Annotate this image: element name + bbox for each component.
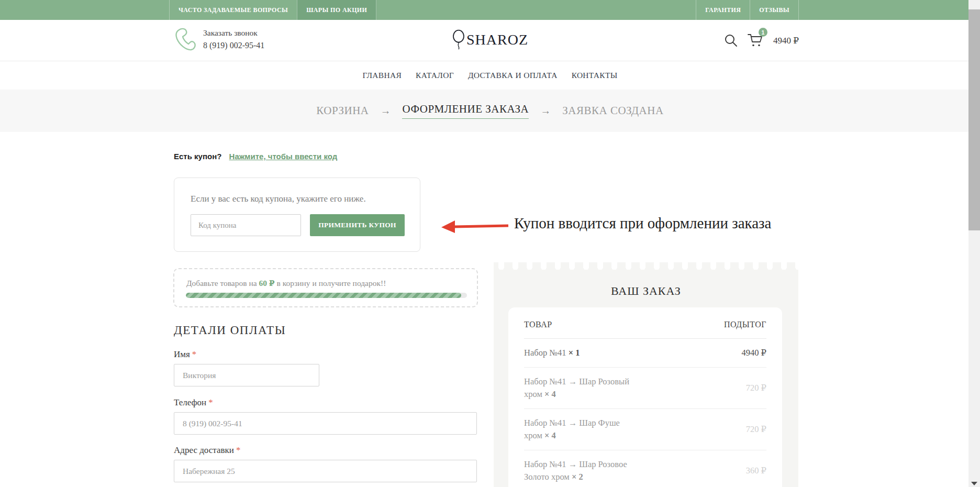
required-asterisk: * xyxy=(192,349,197,359)
cart-button[interactable]: 1 xyxy=(747,32,764,48)
callback-block[interactable]: Заказать звонок 8 (919) 002-95-41 xyxy=(173,26,264,53)
coupon-code-input[interactable] xyxy=(191,214,301,236)
order-item-name: Набор №41 × 1 xyxy=(524,347,580,359)
coupon-hint-text: Если у вас есть код купона, укажите его … xyxy=(191,194,366,204)
order-item-qty: × 1 xyxy=(569,348,580,358)
coupon-question-row: Есть купон? Нажмите, чтобы ввести код xyxy=(174,152,337,161)
order-item-price: 360 ₽ xyxy=(746,466,766,476)
order-item-name: Набор №41 → Шар Розовое Золото хром × 2 xyxy=(524,458,638,483)
topbar-right-group: ГАРАНТИЯ ОТЗЫВЫ xyxy=(696,0,799,20)
gift-text: Добавьте товаров на 60 ₽ в корзину и пол… xyxy=(186,278,386,288)
order-row: Набор №41 → Шар Розовое Золото хром × 2 … xyxy=(524,450,766,487)
order-row: Набор №41 → Шар Фуше хром × 4 720 ₽ xyxy=(524,409,766,450)
topbar-item-warranty[interactable]: ГАРАНТИЯ xyxy=(696,0,750,20)
breadcrumb-created: ЗАЯВКА СОЗДАНА xyxy=(562,104,663,117)
phone-field-label: Телефон* xyxy=(174,397,213,408)
order-col-product: ТОВАР xyxy=(524,320,552,329)
order-item-qty: × 4 xyxy=(544,389,556,399)
required-asterisk: * xyxy=(208,397,213,407)
nav-item-catalog[interactable]: КАТАЛОГ xyxy=(416,71,454,80)
order-item-name: Набор №41 → Шар Розовый хром × 4 xyxy=(524,375,638,401)
balloon-icon xyxy=(452,29,466,50)
gift-progress-track xyxy=(186,293,467,298)
order-item-qty: × 2 xyxy=(572,472,583,482)
phone-icon xyxy=(173,26,196,53)
checkout-main: Есть купон? Нажмите, чтобы ввести код Ес… xyxy=(0,132,980,487)
topbar-item-faq[interactable]: ЧАСТО ЗАДАВАЕМЫЕ ВОПРОСЫ xyxy=(169,0,297,20)
order-item-price: 720 ₽ xyxy=(746,424,766,435)
order-item-price: 720 ₽ xyxy=(746,383,766,393)
header-phone-number[interactable]: 8 (919) 002-95-41 xyxy=(203,41,264,50)
name-input[interactable] xyxy=(174,364,319,386)
phone-input[interactable] xyxy=(174,412,477,435)
annotation-text: Купон вводится при оформлении заказа xyxy=(514,215,771,232)
order-col-subtotal: ПОДЫТОГ xyxy=(724,320,766,329)
gift-amount: 60 ₽ xyxy=(259,279,274,287)
breadcrumb: КОРЗИНА → ОФОРМЛЕНИЕ ЗАКАЗА → ЗАЯВКА СОЗ… xyxy=(0,90,980,132)
name-label-text: Имя xyxy=(174,349,190,359)
scroll-down-arrow-icon[interactable] xyxy=(971,482,977,485)
cart-count-badge: 1 xyxy=(759,28,767,37)
order-row: Набор №41 × 1 4940 ₽ xyxy=(524,339,766,368)
billing-title: ДЕТАЛИ ОПЛАТЫ xyxy=(174,324,286,337)
nav-item-delivery[interactable]: ДОСТАВКА И ОПЛАТА xyxy=(468,71,558,80)
order-item-title: Набор №41 xyxy=(524,348,566,358)
gift-progress-fill xyxy=(186,293,461,298)
order-row: Набор №41 → Шар Розовый хром × 4 720 ₽ xyxy=(524,368,766,409)
order-summary-panel: ВАШ ЗАКАЗ ТОВАР ПОДЫТОГ Набор №41 × 1 49… xyxy=(494,262,798,487)
breadcrumb-checkout-current: ОФОРМЛЕНИЕ ЗАКАЗА xyxy=(402,103,529,119)
main-nav: ГЛАВНАЯ КАТАЛОГ ДОСТАВКА И ОПЛАТА КОНТАК… xyxy=(0,61,980,90)
order-item-name: Набор №41 → Шар Фуше хром × 4 xyxy=(524,417,638,442)
order-title: ВАШ ЗАКАЗ xyxy=(494,284,798,298)
order-item-qty: × 4 xyxy=(544,430,556,440)
name-field-label: Имя* xyxy=(174,349,196,360)
required-asterisk: * xyxy=(236,445,241,455)
scrollbar-track[interactable] xyxy=(968,0,980,487)
order-item-title: Набор №41 → Шар Розовый хром xyxy=(524,377,629,399)
annotation-arrow-icon xyxy=(441,219,510,235)
address-label-text: Адрес доставки xyxy=(174,445,234,455)
logo-text: SHAROZ xyxy=(466,31,528,48)
cart-total: 4940 ₽ xyxy=(773,35,799,46)
order-item-price: 4940 ₽ xyxy=(741,348,766,358)
topbar-item-reviews[interactable]: ОТЗЫВЫ xyxy=(750,0,799,20)
phone-label-text: Телефон xyxy=(174,397,206,407)
topbar-item-sale[interactable]: ШАРЫ ПО АКЦИИ xyxy=(297,0,376,20)
gift-progress-box: Добавьте товаров на 60 ₽ в корзину и пол… xyxy=(173,268,478,307)
coupon-question-label: Есть купон? xyxy=(174,152,221,161)
nav-item-home[interactable]: ГЛАВНАЯ xyxy=(362,71,402,80)
gift-text-before: Добавьте товаров на xyxy=(186,279,259,287)
callback-label[interactable]: Заказать звонок xyxy=(203,28,264,38)
topbar-left-group: ЧАСТО ЗАДАВАЕМЫЕ ВОПРОСЫ ШАРЫ ПО АКЦИИ xyxy=(169,0,376,20)
address-field-label: Адрес доставки* xyxy=(174,445,240,456)
site-logo[interactable]: SHAROZ xyxy=(452,29,528,50)
order-item-title: Набор №41 → Шар Фуше хром xyxy=(524,418,620,440)
apply-coupon-button[interactable]: ПРИМЕНИТЬ КУПОН xyxy=(310,214,405,236)
header: Заказать звонок 8 (919) 002-95-41 SHAROZ xyxy=(0,20,980,61)
scrollbar-thumb[interactable] xyxy=(968,9,980,230)
coupon-toggle-link[interactable]: Нажмите, чтобы ввести код xyxy=(229,152,338,161)
gift-text-after: в корзину и получите подарок!! xyxy=(275,279,386,287)
coupon-form: Если у вас есть код купона, укажите его … xyxy=(174,178,420,252)
breadcrumb-cart[interactable]: КОРЗИНА xyxy=(316,104,369,117)
topbar: ЧАСТО ЗАДАВАЕМЫЕ ВОПРОСЫ ШАРЫ ПО АКЦИИ Г… xyxy=(0,0,980,20)
order-table-header: ТОВАР ПОДЫТОГ xyxy=(524,320,766,339)
order-card: ТОВАР ПОДЫТОГ Набор №41 × 1 4940 ₽ Набор… xyxy=(508,307,782,487)
breadcrumb-arrow-icon: → xyxy=(380,105,391,117)
nav-item-contacts[interactable]: КОНТАКТЫ xyxy=(572,71,618,80)
search-icon[interactable] xyxy=(724,34,738,47)
header-actions: 1 4940 ₽ xyxy=(724,32,799,48)
address-input[interactable] xyxy=(174,460,477,482)
receipt-notch-edge xyxy=(494,262,798,270)
breadcrumb-arrow-icon: → xyxy=(540,105,551,117)
